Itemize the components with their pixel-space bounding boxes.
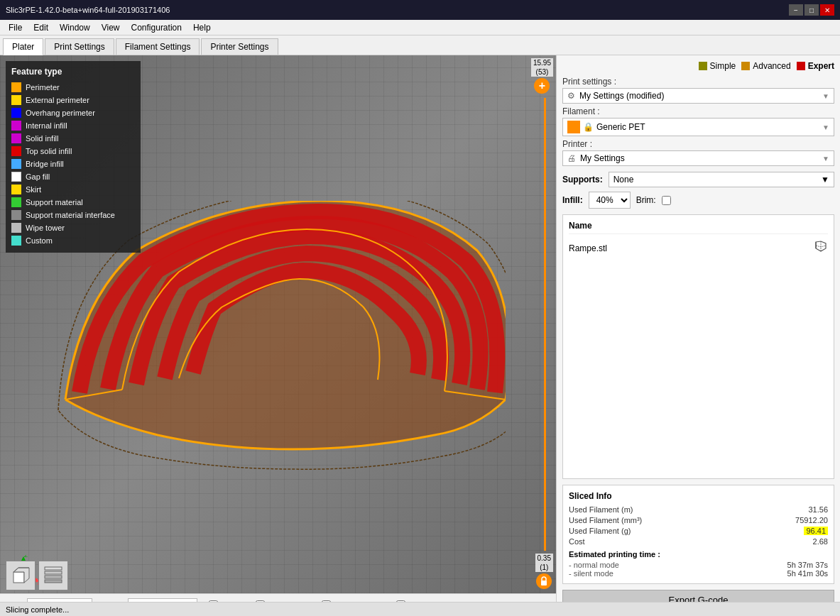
silent-mode-time-row: - silent mode 5h 41m 30s [569,569,828,578]
filament-color-swatch [567,121,580,133]
printer-section: Printer : 🖨 My Settings ▼ [562,139,834,166]
legend-label-overhang: Overhang perimeter [26,109,95,117]
legend-label-bridge: Bridge infill [26,160,64,168]
cost-label: Cost [569,537,585,546]
svg-rect-3 [541,581,547,585]
print-time-label: Estimated printing time : [569,550,828,559]
infill-label: Infill: [562,195,583,205]
supports-dropdown[interactable]: None ▼ [609,172,834,187]
advanced-mode-indicator [741,62,750,70]
right-panel: Simple Advanced Expert Print settings : … [556,55,840,616]
view-cube-area [6,561,68,590]
layer-view-button[interactable] [38,561,68,590]
legend-color-ext-perimeter [11,95,21,105]
feature-legend: Feature type Perimeter External perimete… [6,61,141,253]
printer-chevron: ▼ [822,155,829,163]
simple-mode[interactable]: Simple [699,61,736,71]
legend-color-solid [11,133,21,143]
legend-overhang-perimeter: Overhang perimeter [11,106,135,119]
legend-color-custom [11,236,21,246]
layer-icon [43,566,64,585]
expert-mode[interactable]: Expert [797,61,834,71]
filament-label: Filament : [562,106,834,116]
advanced-mode[interactable]: Advanced [741,61,790,71]
print-settings-dropdown[interactable]: ⚙ My Settings (modified) ▼ [562,88,834,104]
legend-color-gap [11,172,21,182]
legend-label-internal: Internal infill [26,121,67,130]
status-bar: Slicing complete... [0,602,840,616]
printer-dropdown[interactable]: 🖨 My Settings ▼ [562,150,834,166]
tab-printer-settings[interactable]: Printer Settings [201,38,278,55]
filament-g-label: Used Filament (g) [569,527,631,535]
legend-label-support: Support material [26,198,83,207]
maximize-button[interactable]: □ [804,4,819,16]
object-name-header: Name [569,221,592,231]
legend-internal-infill: Internal infill [11,119,135,132]
print-settings-label: Print settings : [562,77,834,87]
legend-label-solid: Solid infill [26,134,58,143]
tab-print-settings[interactable]: Print Settings [45,38,114,55]
legend-wipe-tower: Wipe tower [11,221,135,234]
mode-selector: Simple Advanced Expert [562,61,834,71]
tab-filament-settings[interactable]: Filament Settings [116,38,200,55]
brim-checkbox[interactable] [662,196,671,205]
menu-file[interactable]: File [3,21,28,34]
legend-label-top-solid: Top solid infill [26,147,72,155]
slider-lock-button[interactable] [536,573,552,589]
print-time-section: Estimated printing time : - normal mode … [569,550,828,578]
sliced-info-title: Sliced Info [569,491,828,501]
legend-color-top-solid [11,146,21,156]
tab-bar: Plater Print Settings Filament Settings … [0,35,840,55]
filament-m-row: Used Filament (m) 31.56 [569,505,828,514]
legend-label-ext-perimeter: External perimeter [26,96,89,104]
legend-color-skirt [11,185,21,194]
filament-g-row: Used Filament (g) 96.41 [569,527,828,535]
legend-color-internal [11,121,21,131]
printer-label: Printer : [562,139,834,149]
menu-bar: File Edit Window View Configuration Help [0,20,840,35]
legend-color-overhang [11,108,21,118]
menu-help[interactable]: Help [187,21,217,34]
legend-title: Feature type [11,67,135,77]
filament-m-label: Used Filament (m) [569,505,633,514]
cube-view-button[interactable] [6,561,36,590]
expert-mode-label: Expert [808,61,834,71]
lock-icon [540,576,548,586]
simple-mode-indicator [699,62,707,70]
viewport-area[interactable]: Feature type Perimeter External perimete… [0,55,556,616]
menu-view[interactable]: View [96,21,126,34]
svg-rect-17 [45,567,62,570]
minimize-button[interactable]: − [789,4,803,16]
filament-chevron: ▼ [822,123,829,131]
slider-top-label: 15.95 (53) + [531,58,553,95]
slider-track[interactable] [544,98,546,551]
object-settings-icon[interactable] [814,240,828,257]
legend-label-skirt: Skirt [26,185,41,194]
legend-label-custom: Custom [26,236,53,245]
cube-icon [10,565,31,586]
supports-value: None [613,175,634,185]
title-bar: Slic3rPE-1.42.0-beta+win64-full-20190317… [0,0,840,20]
settings-3d-icon [814,240,828,254]
object-name: Rampe.stl [569,243,607,253]
normal-mode-time-row: - normal mode 5h 37m 37s [569,561,828,569]
filament-dropdown[interactable]: 🔒 Generic PET ▼ [562,118,834,136]
menu-configuration[interactable]: Configuration [126,21,187,34]
infill-dropdown[interactable]: 40% [589,192,631,209]
legend-color-support-interface [11,210,21,220]
legend-custom: Custom [11,234,135,247]
menu-window[interactable]: Window [54,21,96,34]
main-layout: Feature type Perimeter External perimete… [0,55,840,616]
close-button[interactable]: ✕ [820,4,834,16]
print-settings-chevron: ▼ [822,92,829,100]
app-title: Slic3rPE-1.42.0-beta+win64-full-20190317… [6,6,170,14]
legend-skirt: Skirt [11,183,135,196]
slider-top-button[interactable]: + [534,78,550,94]
object-area: Name Rampe.stl [562,214,834,479]
silent-mode-label: - silent mode [569,569,613,578]
cost-row: Cost 2.68 [569,537,828,546]
menu-edit[interactable]: Edit [28,21,54,34]
tab-plater[interactable]: Plater [3,38,43,55]
slider-top-value: 15.95 [531,58,553,67]
legend-top-solid: Top solid infill [11,145,135,158]
